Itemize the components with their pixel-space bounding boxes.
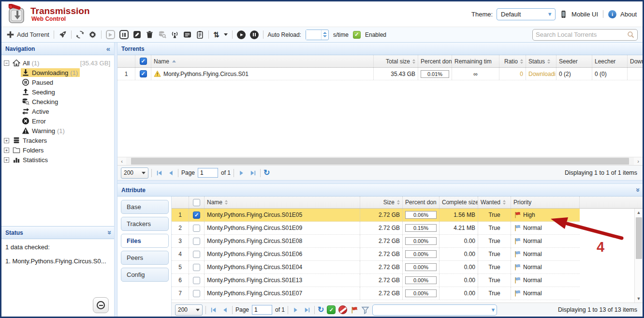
nav-item-error[interactable]: Error [3,116,113,126]
file-row-checkbox[interactable] [189,235,205,247]
scroll-right-arrow[interactable]: › [634,157,643,165]
file-row[interactable]: 2Monty.Pythons.Flying.Circus.S01E092.72 … [172,222,580,235]
file-row-checkbox[interactable] [189,248,205,260]
column-header-ratio[interactable]: Ratio [499,55,526,67]
tab-base[interactable]: Base [121,200,169,214]
column-header-name[interactable]: Name [151,55,374,67]
tree-expander-icon[interactable]: + [4,138,9,143]
column-header-total-size[interactable]: Total size [374,55,418,67]
column-header-status[interactable]: Status [526,55,556,67]
nav-item-paused[interactable]: Paused [3,77,113,87]
auto-reload-input[interactable] [306,30,321,40]
file-row-checkbox[interactable]: ✓ [189,209,205,221]
add-torrent-button[interactable]: Add Torrent [6,30,49,39]
nav-item-downloading[interactable]: Downloading(1) [3,68,113,77]
filter-funnel-icon[interactable] [361,306,369,314]
files-select-all-checkbox[interactable] [189,197,205,208]
pause-all-button[interactable] [250,30,259,39]
page-number-input[interactable] [198,168,218,178]
first-page-button[interactable] [155,168,163,177]
file-row[interactable]: 1✓Monty.Pythons.Flying.Circus.S01E052.72… [172,209,580,222]
auto-reload-enabled-checkbox[interactable]: ✓ [353,31,361,39]
refresh-list-button[interactable]: ↻ [263,169,270,177]
next-page-button[interactable] [291,305,300,314]
page-size-select[interactable]: 200 [121,167,148,179]
tab-peers[interactable]: Peers [121,251,169,265]
nav-item-active[interactable]: Active [3,106,113,116]
file-row-checkbox[interactable] [189,261,205,273]
column-header-size[interactable]: Size [360,197,403,208]
collapse-down-icon[interactable]: « [104,230,112,234]
filter-combo[interactable]: ▼ [372,304,497,316]
next-page-button[interactable] [237,168,246,177]
prev-page-button[interactable] [220,305,229,314]
mobile-ui-link[interactable]: Mobile UI [571,11,598,18]
start-all-button[interactable] [237,30,246,39]
sort-order-button[interactable]: ⇅ [213,30,220,39]
start-torrent-button[interactable] [106,30,115,39]
page-size-select[interactable]: 200 [175,304,203,316]
settings-gear-button[interactable] [88,30,97,39]
pause-torrent-button[interactable] [119,30,129,39]
file-row-checkbox[interactable] [189,287,205,300]
nav-item-folders[interactable]: +Folders [3,145,113,155]
theme-select[interactable]: Default ▼ [497,8,556,20]
column-header-download[interactable]: Downlo [628,55,643,67]
column-header-leecher[interactable]: Leecher [592,55,628,67]
tab-trackers[interactable]: Trackers [121,217,169,231]
file-row[interactable]: 3Monty.Pythons.Flying.Circus.S01E082.72 … [172,235,580,248]
rocket-button[interactable] [59,30,67,39]
prev-page-button[interactable] [166,168,175,177]
collapse-down-icon[interactable]: « [633,188,640,192]
file-row-checkbox[interactable] [189,274,205,287]
last-page-button[interactable] [303,305,311,314]
page-number-input[interactable] [252,305,272,315]
column-header-percent-done[interactable]: Percent don [418,55,452,67]
column-header-name[interactable]: Name [205,197,360,208]
tab-config[interactable]: Config [121,268,169,282]
skip-file-button[interactable] [338,305,347,314]
file-row[interactable]: 5Monty.Pythons.Flying.Circus.S01E042.72 … [172,261,580,274]
tree-expander-icon[interactable]: + [4,148,9,153]
nav-item-warning[interactable]: Warning(1) [3,126,113,136]
announce-button[interactable] [171,30,179,39]
auto-reload-spinner[interactable] [306,30,329,40]
column-header-wanted[interactable]: Wanted [478,197,511,208]
priority-flag-button[interactable] [350,306,358,314]
search-box[interactable] [532,29,638,41]
vertical-scrollbar[interactable]: ▲ ▼ [634,209,643,303]
refresh-button[interactable] [76,30,84,39]
horizontal-splitter[interactable] [117,180,643,184]
wanted-file-button[interactable]: ✓ [327,305,336,314]
last-page-button[interactable] [249,168,257,177]
file-row[interactable]: 6Monty.Pythons.Flying.Circus.S01E132.72 … [172,274,580,287]
verify-data-button[interactable] [158,30,166,39]
file-row[interactable]: 4Monty.Pythons.Flying.Circus.S01E062.72 … [172,248,580,261]
collapse-left-icon[interactable]: « [106,45,110,52]
search-input[interactable] [536,31,627,38]
remove-trash-button[interactable] [146,30,154,39]
scrollbar-thumb[interactable] [131,158,629,165]
scroll-down-arrow[interactable]: ▼ [635,295,643,303]
column-header-priority[interactable]: Priority [511,197,580,208]
column-header-remaining-time[interactable]: Remaining tim [452,55,499,67]
file-row[interactable]: 7Monty.Pythons.Flying.Circus.S01E072.72 … [172,287,580,300]
refresh-files-button[interactable]: ↻ [318,306,324,314]
nav-item-all[interactable]: −All(1)[35.43 GB] [3,58,113,68]
file-row-checkbox[interactable] [189,222,205,234]
scrollbar-thumb[interactable] [636,217,642,259]
nav-item-trackers[interactable]: +Trackers [3,136,113,145]
details-list-button[interactable] [183,30,191,39]
collapse-sidebar-button[interactable] [93,297,109,313]
column-header-percent-done[interactable]: Percent don [403,197,439,208]
spinner-arrows[interactable] [321,30,328,40]
column-header-complete-size[interactable]: Complete size [439,197,478,208]
first-page-button[interactable] [209,305,218,314]
tab-files[interactable]: Files [121,234,169,248]
copy-path-clipboard-button[interactable] [196,30,204,39]
about-link[interactable]: About [620,11,637,18]
nav-item-checking[interactable]: Checking [3,97,113,106]
scroll-up-arrow[interactable]: ▲ [635,209,643,216]
tree-expander-icon[interactable]: + [4,157,9,163]
select-all-checkbox[interactable]: ✓ [135,55,151,67]
